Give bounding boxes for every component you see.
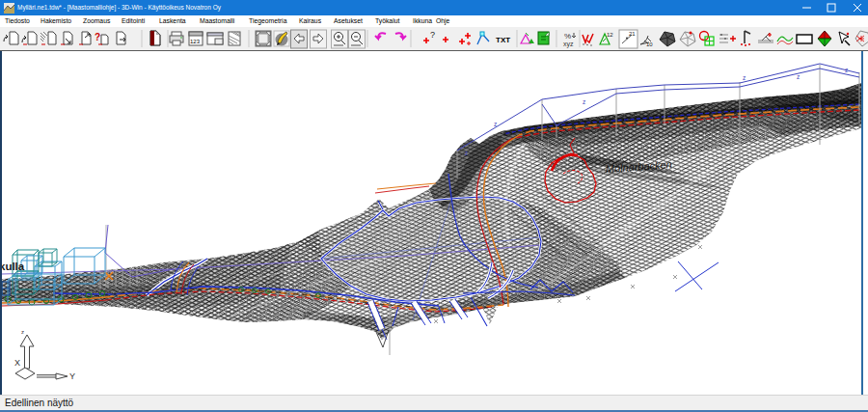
- svg-text:z: z: [743, 74, 746, 81]
- svg-text:TXT: TXT: [496, 36, 510, 44]
- svg-text:123: 123: [190, 39, 201, 44]
- svg-text:%: %: [564, 32, 571, 41]
- svg-text:z: z: [583, 98, 585, 105]
- svg-text:xyz: xyz: [563, 41, 574, 48]
- svg-text:10: 10: [646, 41, 653, 47]
- svg-text:z: z: [21, 329, 24, 335]
- svg-text:X: X: [14, 358, 20, 368]
- svg-text:12: 12: [607, 32, 613, 38]
- svg-text:kulla: kulla: [0, 261, 25, 272]
- svg-text:z: z: [797, 73, 800, 80]
- svg-text:?: ?: [95, 32, 100, 42]
- svg-text:z: z: [845, 67, 848, 73]
- svg-text:Y: Y: [69, 371, 75, 381]
- svg-text:21: 21: [629, 31, 636, 37]
- svg-text:?: ?: [430, 30, 435, 40]
- svg-text:z: z: [494, 121, 497, 127]
- svg-text:z: z: [465, 150, 468, 156]
